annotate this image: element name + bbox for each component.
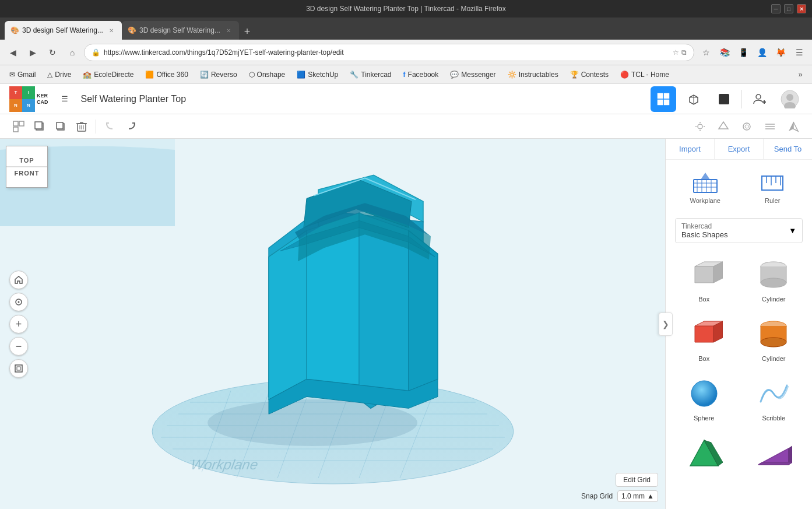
maximize-button[interactable]: □ <box>784 4 793 13</box>
menu-icon-button[interactable]: ☰ <box>55 90 74 108</box>
bookmark-reverso[interactable]: 🔄 Reverso <box>195 69 242 80</box>
close-button[interactable]: ✕ <box>797 4 806 13</box>
bookmarks-icon[interactable]: ☆ <box>698 44 714 61</box>
viewport[interactable]: Workplane <box>0 139 665 509</box>
shape-item-box-red[interactable]: Box <box>672 312 737 367</box>
address-input[interactable]: 🔒 https://www.tinkercad.com/things/1q7D5… <box>84 44 694 61</box>
tab-bar: 🎨 3D design Self Watering... ✕ 🎨 3D desi… <box>0 17 812 40</box>
bookmark-contests[interactable]: 🏆 Contests <box>565 69 613 80</box>
new-tab-button[interactable]: + <box>239 23 255 40</box>
delete-button[interactable] <box>72 117 91 136</box>
profile-icon[interactable]: 👤 <box>754 44 770 61</box>
ruler-button[interactable]: Ruler <box>743 167 803 209</box>
home-button[interactable]: ⌂ <box>64 44 80 61</box>
view-cube-container[interactable]: TOP FRONT <box>6 146 48 188</box>
grid-view-button[interactable] <box>651 86 676 112</box>
svg-rect-15 <box>13 127 18 132</box>
minimize-button[interactable]: ─ <box>771 4 781 13</box>
planter-svg <box>210 169 455 449</box>
shape-label-box-red: Box <box>698 355 709 362</box>
bookmark-messenger[interactable]: 💬 Messenger <box>445 69 500 80</box>
secure-icon: 🔒 <box>92 48 100 57</box>
bookmark-tcl[interactable]: 🔴 TCL - Home <box>616 69 674 80</box>
bookmark-onshape[interactable]: ⬡ Onshape <box>244 69 290 80</box>
bookmarks-more-button[interactable]: » <box>793 68 807 82</box>
workplane-icon <box>693 171 718 195</box>
view-cube[interactable]: TOP FRONT <box>6 146 48 188</box>
shapes-grid: Box Cylinder <box>666 245 812 486</box>
refresh-button[interactable]: ↻ <box>44 44 61 61</box>
home-view-button[interactable] <box>9 271 28 289</box>
add-user-button[interactable] <box>747 86 772 112</box>
bookmark-office360[interactable]: 🟧 Office 360 <box>140 69 192 80</box>
shape-item-sphere-blue[interactable]: Sphere <box>672 371 737 426</box>
bookmark-instructables[interactable]: 🔆 Instructables <box>503 69 563 80</box>
snap-grid-select[interactable]: 1.0 mm ▲ <box>617 490 658 502</box>
shape-icon <box>718 121 729 132</box>
bookmark-facebook[interactable]: f Facebook <box>399 69 444 80</box>
workplane-button[interactable]: Workplane <box>675 167 736 209</box>
action-buttons: Import Export Send To <box>666 139 812 160</box>
group-button[interactable] <box>9 117 28 136</box>
duplicate-button[interactable] <box>51 117 70 136</box>
bookmark-ecoledirecte[interactable]: 🏫 EcoleDirecte <box>78 69 138 80</box>
bookmark-gmail[interactable]: ✉ Gmail <box>5 69 40 80</box>
undo-icon <box>104 121 116 132</box>
container-icon[interactable]: ⧉ <box>681 48 687 57</box>
ruler-icon <box>760 171 785 195</box>
tab-close-1[interactable]: ✕ <box>107 26 116 35</box>
zoom-out-button[interactable]: − <box>9 337 28 356</box>
send-to-button[interactable]: Send To <box>763 139 812 159</box>
import-button[interactable]: Import <box>666 139 714 159</box>
synced-tabs-icon[interactable]: 📱 <box>735 44 751 61</box>
redo-button[interactable] <box>122 117 140 136</box>
svg-rect-0 <box>658 93 663 99</box>
user-avatar[interactable] <box>777 86 803 112</box>
tab-active[interactable]: 🎨 3D design Self Watering... ✕ <box>5 21 122 40</box>
shape-item-scribble[interactable]: Scribble <box>741 371 807 426</box>
toolbar-right-buttons <box>691 117 803 136</box>
reading-list-icon[interactable]: 📚 <box>716 44 733 61</box>
shape-item-box-gray[interactable]: Box <box>672 252 737 307</box>
bookmark-sketchup-label: SketchUp <box>308 71 338 79</box>
bookmark-star-icon[interactable]: ☆ <box>673 48 679 57</box>
bookmark-drive[interactable]: △ Drive <box>43 69 76 80</box>
orbit-button[interactable] <box>9 293 28 311</box>
tab-close-2[interactable]: ✕ <box>224 26 233 35</box>
back-button[interactable]: ◀ <box>5 44 21 61</box>
svg-rect-70 <box>15 365 22 372</box>
code-view-button[interactable] <box>711 86 737 112</box>
home-icon <box>14 275 23 285</box>
shape-button[interactable] <box>714 117 733 136</box>
group-icon <box>13 121 24 132</box>
extensions-icon[interactable]: ☰ <box>791 44 807 61</box>
edit-grid-button[interactable]: Edit Grid <box>616 473 658 487</box>
mirror-button[interactable] <box>784 117 803 136</box>
address-bar: ◀ ▶ ↻ ⌂ 🔒 https://www.tinkercad.com/thin… <box>0 40 812 65</box>
app-title: Self Watering Planter Top <box>81 94 644 104</box>
shape-item-triangle-green[interactable] <box>672 431 737 479</box>
bookmark-tinkercad[interactable]: 🔧 Tinkercad <box>345 69 396 80</box>
3d-view-button[interactable] <box>681 86 706 112</box>
zoom-in-button[interactable]: + <box>9 315 28 334</box>
shapes-dropdown[interactable]: Tinkercad Basic Shapes ▼ <box>675 218 803 243</box>
export-button[interactable]: Export <box>714 139 763 159</box>
shape-item-cylinder-orange[interactable]: Cylinder <box>741 312 807 367</box>
align-button[interactable] <box>761 117 779 136</box>
target-icon <box>741 121 753 132</box>
light-button[interactable] <box>691 117 709 136</box>
layers-button[interactable] <box>9 359 28 378</box>
bookmark-sketchup[interactable]: 🟦 SketchUp <box>292 69 343 80</box>
shape-item-wedge-purple[interactable] <box>741 431 807 479</box>
undo-button[interactable] <box>101 117 119 136</box>
copy-button[interactable] <box>30 117 49 136</box>
firefox-icon[interactable]: 🦊 <box>772 44 789 61</box>
forward-button[interactable]: ▶ <box>24 44 41 61</box>
shape-item-cylinder-gray[interactable]: Cylinder <box>741 252 807 307</box>
svg-marker-105 <box>789 446 792 465</box>
tab-inactive[interactable]: 🎨 3D design Self Watering... ✕ <box>122 21 239 40</box>
shape-icon-cylinder-gray <box>753 257 795 292</box>
panel-collapse-button[interactable]: ❯ <box>659 313 673 336</box>
target-button[interactable] <box>737 117 756 136</box>
bookmark-office360-label: Office 360 <box>156 71 188 79</box>
